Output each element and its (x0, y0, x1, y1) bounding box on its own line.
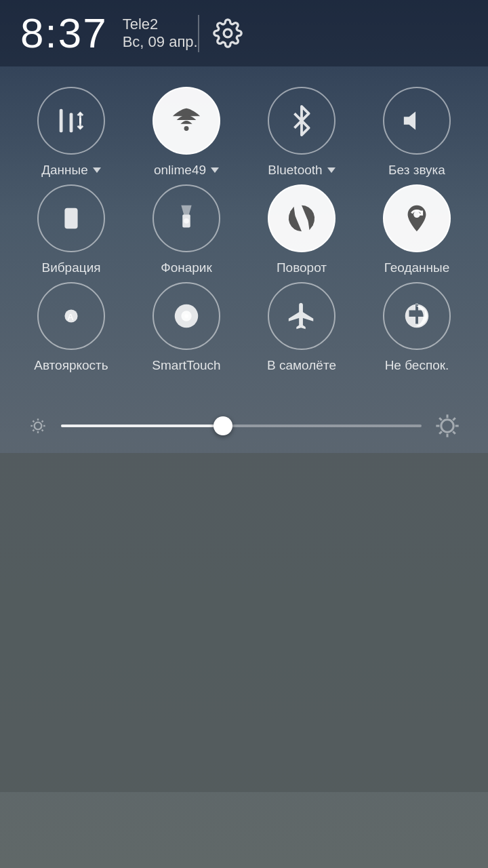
wifi-icon (171, 105, 202, 136)
qs-item-smarttouch[interactable]: SmartTouch (136, 282, 237, 373)
svg-rect-2 (70, 113, 73, 133)
brightness-icon: A (56, 300, 87, 332)
rotation-icon (286, 203, 317, 234)
qs-circle-vibration[interactable] (37, 184, 105, 252)
qs-row-1: Данные onlime49 (14, 87, 474, 178)
qs-item-airplane[interactable]: В самолёте (251, 282, 352, 373)
svg-point-5 (184, 126, 189, 131)
svg-line-36 (33, 420, 34, 422)
status-bar: 8:37 Tele2 Вс, 09 апр. (0, 0, 488, 66)
qs-label-smarttouch: SmartTouch (152, 358, 220, 373)
qs-item-vibration[interactable]: Вибрация (20, 184, 122, 275)
qs-label-data: Данные (41, 163, 101, 178)
qs-item-silent[interactable]: Без звука (366, 87, 468, 178)
qs-item-flashlight[interactable]: Фонарик (136, 184, 237, 275)
svg-line-26 (79, 306, 81, 308)
qs-item-geodata[interactable]: Геоданные (366, 184, 468, 275)
qs-circle-geodata[interactable] (383, 184, 451, 252)
svg-text:A: A (67, 312, 74, 322)
svg-line-47 (439, 431, 442, 434)
qs-item-data[interactable]: Данные (20, 87, 122, 178)
svg-line-48 (453, 418, 455, 420)
qs-circle-wifi[interactable] (152, 87, 220, 155)
data-icon (56, 105, 87, 136)
qs-circle-rotation[interactable] (268, 184, 336, 252)
brightness-low-icon (27, 415, 49, 437)
date-display: Вс, 09 апр. (123, 33, 198, 51)
chevron-data (93, 167, 101, 173)
svg-rect-1 (60, 109, 63, 133)
qs-label-bluetooth: Bluetooth (268, 163, 335, 178)
qs-row-3: A Автояркость SmartTouch В (14, 282, 474, 373)
svg-line-45 (439, 418, 442, 420)
lower-panel (0, 453, 488, 792)
qs-item-bluetooth[interactable]: Bluetooth (251, 87, 352, 178)
chevron-bluetooth (327, 167, 336, 173)
qs-circle-smarttouch[interactable] (152, 282, 220, 350)
svg-rect-8 (64, 208, 77, 229)
gear-icon[interactable] (213, 18, 243, 48)
brightness-thumb[interactable] (214, 416, 232, 435)
clock: 8:37 (20, 12, 108, 54)
svg-line-21 (61, 306, 63, 308)
svg-point-30 (184, 314, 188, 318)
svg-point-16 (184, 218, 189, 224)
carrier-name: Tele2 (123, 16, 198, 33)
qs-circle-autobrightness[interactable]: A (37, 282, 105, 350)
qs-circle-data[interactable] (37, 87, 105, 155)
airplane-icon (286, 300, 317, 332)
svg-line-22 (79, 324, 81, 326)
qs-label-silent: Без звука (388, 163, 445, 178)
qs-row-2: Вибрация Фонарик (14, 184, 474, 275)
qs-label-rotation: Поворот (277, 260, 327, 275)
qs-item-wifi[interactable]: onlime49 (136, 87, 237, 178)
svg-line-46 (453, 431, 455, 434)
qs-label-airplane: В самолёте (267, 358, 336, 373)
svg-line-39 (42, 420, 43, 422)
qs-circle-airplane[interactable] (268, 282, 336, 350)
qs-label-dnd: Не беспок. (385, 358, 449, 373)
svg-line-6 (424, 117, 432, 125)
qs-label-flashlight: Фонарик (161, 260, 212, 275)
silent-icon (401, 105, 432, 136)
chevron-wifi (211, 167, 219, 173)
svg-line-25 (61, 324, 63, 326)
qs-item-dnd[interactable]: Не беспок. (366, 282, 468, 373)
svg-line-37 (42, 430, 43, 431)
qs-label-autobrightness: Автояркость (34, 358, 108, 373)
vibration-icon (56, 203, 87, 234)
brightness-fill (61, 425, 223, 427)
location-icon (401, 203, 432, 234)
qs-label-vibration: Вибрация (41, 260, 100, 275)
qs-circle-silent[interactable] (383, 87, 451, 155)
brightness-row (0, 399, 488, 453)
divider (198, 15, 199, 52)
quick-settings-panel: Данные onlime49 (0, 66, 488, 387)
svg-point-31 (35, 422, 42, 430)
svg-point-40 (441, 420, 453, 432)
brightness-slider[interactable] (61, 425, 422, 427)
qs-item-rotation[interactable]: Поворот (251, 184, 352, 275)
qs-label-wifi: onlime49 (154, 163, 219, 178)
qs-circle-flashlight[interactable] (152, 184, 220, 252)
qs-label-geodata: Геоданные (384, 260, 450, 275)
qs-circle-dnd[interactable] (383, 282, 451, 350)
svg-point-0 (224, 29, 232, 37)
dnd-icon (401, 300, 432, 332)
qs-item-autobrightness[interactable]: A Автояркость (20, 282, 122, 373)
qs-circle-bluetooth[interactable] (268, 87, 336, 155)
svg-line-7 (424, 117, 432, 125)
brightness-high-icon (434, 412, 461, 439)
carrier-date: Tele2 Вс, 09 апр. (123, 16, 198, 51)
svg-line-38 (33, 430, 34, 431)
smarttouch-icon (171, 300, 202, 332)
bluetooth-icon (286, 105, 317, 136)
flashlight-icon (171, 203, 202, 234)
settings-wrap (198, 15, 243, 52)
